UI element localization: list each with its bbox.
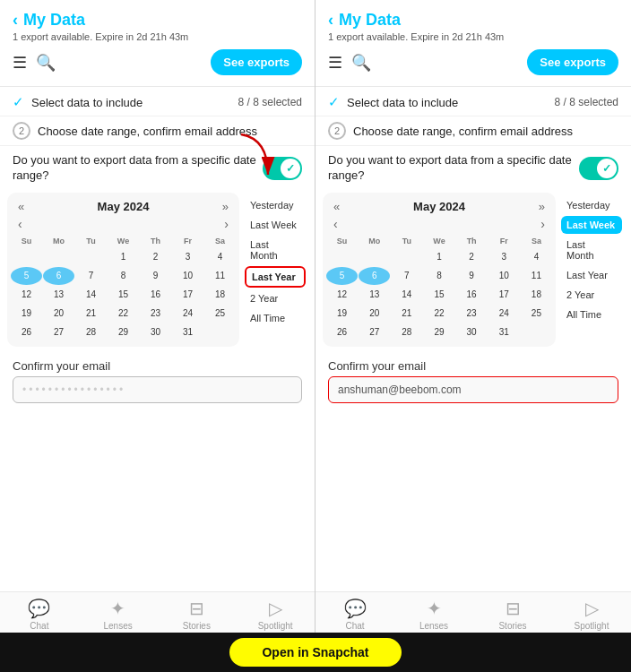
left-qs-yesterday[interactable]: Yesterday [245,196,306,214]
left-cal-day-21[interactable]: 21 [75,305,107,323]
left-cal-prev-year[interactable]: « [14,198,28,215]
right-cal-next-month[interactable]: › [537,215,549,233]
left-cal-day-18[interactable]: 18 [204,286,236,304]
left-cal-day-7[interactable]: 7 [75,267,107,285]
right-cal-day-26[interactable]: 26 [326,323,358,341]
right-cal-day-13[interactable]: 13 [359,286,390,304]
left-cal-prev-month[interactable]: ‹ [14,215,26,233]
right-cal-day-22[interactable]: 22 [423,305,454,323]
left-qs-lastmonth[interactable]: LastMonth [245,236,306,264]
right-cal-day-29[interactable]: 29 [423,323,454,341]
right-cal-day-7[interactable]: 7 [391,267,422,285]
left-cal-day-20[interactable]: 20 [43,305,74,323]
right-cal-day-16[interactable]: 16 [456,286,488,304]
right-cal-day-11[interactable]: 11 [521,267,552,285]
left-nav-chat[interactable]: 💬 Chat [0,598,79,631]
left-cal-day-2[interactable]: 2 [140,248,171,266]
left-cal-day-26[interactable]: 26 [11,323,42,341]
right-cal-day-21[interactable]: 21 [391,305,422,323]
right-cal-day-31[interactable]: 31 [488,323,520,341]
right-qs-2year[interactable]: 2 Year [561,286,622,304]
right-cal-day-8[interactable]: 8 [423,267,454,285]
right-qs-lastyear[interactable]: Last Year [561,266,622,284]
left-cal-day-10[interactable]: 10 [172,267,203,285]
left-cal-day-8[interactable]: 8 [108,267,139,285]
right-qs-yesterday[interactable]: Yesterday [561,196,622,214]
right-cal-day-10[interactable]: 10 [488,267,520,285]
left-cal-day-22[interactable]: 22 [108,305,139,323]
left-cal-day-31[interactable]: 31 [172,323,203,341]
left-cal-day-23[interactable]: 23 [140,305,171,323]
right-cal-day-18[interactable]: 18 [521,286,552,304]
right-cal-day-1[interactable]: 1 [423,248,454,266]
left-cal-next-year[interactable]: » [219,198,232,215]
right-cal-prev-month[interactable]: ‹ [330,215,341,233]
left-cal-day-14[interactable]: 14 [75,286,107,304]
left-qs-lastweek[interactable]: Last Week [245,216,306,234]
left-cal-day-25[interactable]: 25 [204,305,236,323]
left-toggle[interactable]: ✓ [263,157,302,180]
left-qs-alltime[interactable]: All Time [245,309,306,327]
right-cal-day-20[interactable]: 20 [359,305,390,323]
right-qs-lastweek[interactable]: Last Week [561,216,622,234]
left-cal-day-9[interactable]: 9 [140,267,171,285]
right-cal-day-23[interactable]: 23 [456,305,488,323]
left-cal-day-24[interactable]: 24 [172,305,203,323]
left-cal-day-17[interactable]: 17 [172,286,203,304]
right-qs-alltime[interactable]: All Time [561,306,622,323]
right-nav-spotlight[interactable]: ▷ Spotlight [552,598,631,631]
right-cal-day-12[interactable]: 12 [326,286,358,304]
left-cal-day-11[interactable]: 11 [204,267,236,285]
right-search-icon[interactable]: 🔍 [351,53,371,73]
left-cal-day-5[interactable]: 5 [11,267,42,285]
left-nav-stories[interactable]: ⊟ Stories [158,598,237,631]
right-see-exports-button[interactable]: See exports [527,49,618,75]
left-cal-day-16[interactable]: 16 [140,286,171,304]
right-nav-stories[interactable]: ⊟ Stories [473,598,552,631]
right-cal-day-3[interactable]: 3 [488,248,520,266]
right-cal-day-5[interactable]: 5 [326,267,358,285]
left-cal-day-15[interactable]: 15 [108,286,139,304]
right-cal-day-2[interactable]: 2 [456,248,488,266]
left-qs-2year[interactable]: 2 Year [245,289,306,307]
right-cal-day-19[interactable]: 19 [326,305,358,323]
left-hamburger-icon[interactable]: ☰ [13,53,27,73]
right-cal-day-14[interactable]: 14 [391,286,422,304]
left-cal-day-12[interactable]: 12 [11,286,42,304]
left-nav-lenses[interactable]: ✦ Lenses [79,598,158,631]
left-cal-day-1[interactable]: 1 [108,248,139,266]
open-snapchat-button[interactable]: Open in Snapchat [229,638,401,667]
right-cal-day-30[interactable]: 30 [456,323,488,341]
left-cal-day-28[interactable]: 28 [75,323,107,341]
right-hamburger-icon[interactable]: ☰ [328,53,342,73]
right-toggle[interactable]: ✓ [579,157,618,180]
left-cal-day-4[interactable]: 4 [204,248,236,266]
left-cal-day-6[interactable]: 6 [43,267,74,285]
left-back-arrow[interactable]: ‹ [13,11,18,30]
right-nav-lenses[interactable]: ✦ Lenses [394,598,473,631]
right-cal-day-27[interactable]: 27 [359,323,390,341]
left-cal-next-month[interactable]: › [220,215,232,233]
left-see-exports-button[interactable]: See exports [211,49,302,75]
right-qs-lastmonth[interactable]: LastMonth [561,236,622,264]
right-email-input[interactable] [328,376,618,403]
right-cal-day-9[interactable]: 9 [456,267,488,285]
right-cal-prev-year[interactable]: « [330,198,343,215]
left-cal-day-3[interactable]: 3 [172,248,203,266]
right-back-arrow[interactable]: ‹ [328,11,333,30]
left-cal-day-13[interactable]: 13 [43,286,74,304]
right-cal-day-6[interactable]: 6 [359,267,390,285]
left-nav-spotlight[interactable]: ▷ Spotlight [236,598,315,631]
right-cal-next-year[interactable]: » [535,198,549,215]
right-cal-day-17[interactable]: 17 [488,286,520,304]
left-search-icon[interactable]: 🔍 [36,53,56,73]
left-cal-day-29[interactable]: 29 [108,323,139,341]
right-nav-chat[interactable]: 💬 Chat [316,598,394,631]
left-cal-day-30[interactable]: 30 [140,323,171,341]
right-cal-day-28[interactable]: 28 [391,323,422,341]
left-cal-day-19[interactable]: 19 [11,305,42,323]
right-cal-day-25[interactable]: 25 [521,305,552,323]
right-cal-day-24[interactable]: 24 [488,305,520,323]
left-cal-day-27[interactable]: 27 [43,323,74,341]
right-cal-day-4[interactable]: 4 [521,248,552,266]
